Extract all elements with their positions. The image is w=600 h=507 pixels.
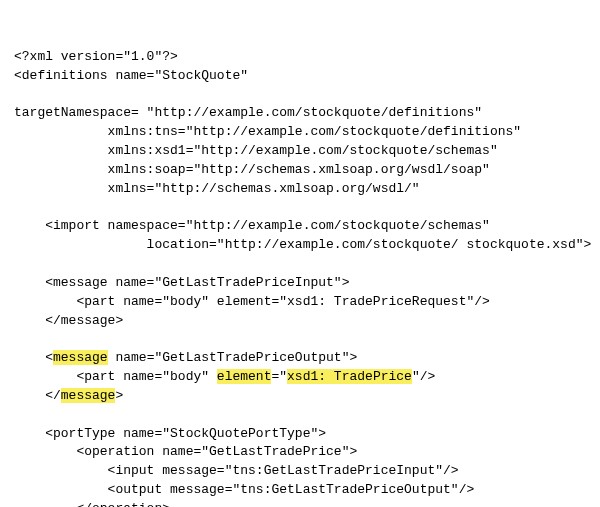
code-line: <message name="GetLastTradePriceInput"> (14, 275, 349, 290)
code-line: xmlns:soap="http://schemas.xmlsoap.org/w… (14, 162, 490, 177)
code-line: </message> (14, 313, 123, 328)
highlight-element-word: element (217, 369, 272, 384)
highlight-message-open: message (53, 350, 108, 365)
text: < (14, 350, 53, 365)
text: "/> (412, 369, 435, 384)
text: </ (14, 388, 61, 403)
code-line: targetNamespace= "http://example.com/sto… (14, 105, 482, 120)
code-line: location="http://example.com/stockquote/… (14, 237, 591, 252)
code-line: <part name="body" element="xsd1: TradePr… (14, 294, 490, 309)
code-line: <input message="tns:GetLastTradePriceInp… (14, 463, 459, 478)
text: =" (271, 369, 287, 384)
code-line: xmlns:tns="http://example.com/stockquote… (14, 124, 521, 139)
text: <part name="body" (14, 369, 217, 384)
code-line: <?xml version="1.0"?> (14, 49, 178, 64)
code-line: <portType name="StockQuotePortType"> (14, 426, 326, 441)
code-line: </operation> (14, 501, 170, 507)
code-line: <output message="tns:GetLastTradePriceOu… (14, 482, 474, 497)
code-line: xmlns="http://schemas.xmlsoap.org/wsdl/" (14, 181, 420, 196)
text: StockQuote (162, 68, 240, 83)
text: " (240, 68, 248, 83)
code-line: <message name="GetLastTradePriceOutput"> (14, 350, 357, 365)
code-line: </message> (14, 388, 123, 403)
code-line: <part name="body" element="xsd1: TradePr… (14, 369, 435, 384)
code-line: <import namespace="http://example.com/st… (14, 218, 490, 233)
code-line: xmlns:xsd1="http://example.com/stockquot… (14, 143, 498, 158)
code-block: <?xml version="1.0"?> <definitions name=… (14, 48, 586, 507)
highlight-message-close: message (61, 388, 116, 403)
code-line: <definitions name="StockQuote" (14, 68, 248, 83)
text: name="GetLastTradePriceOutput"> (108, 350, 358, 365)
text: > (115, 388, 123, 403)
text: <definitions name=" (14, 68, 162, 83)
code-line: <operation name="GetLastTradePrice"> (14, 444, 357, 459)
highlight-tradeprice: xsd1: TradePrice (287, 369, 412, 384)
